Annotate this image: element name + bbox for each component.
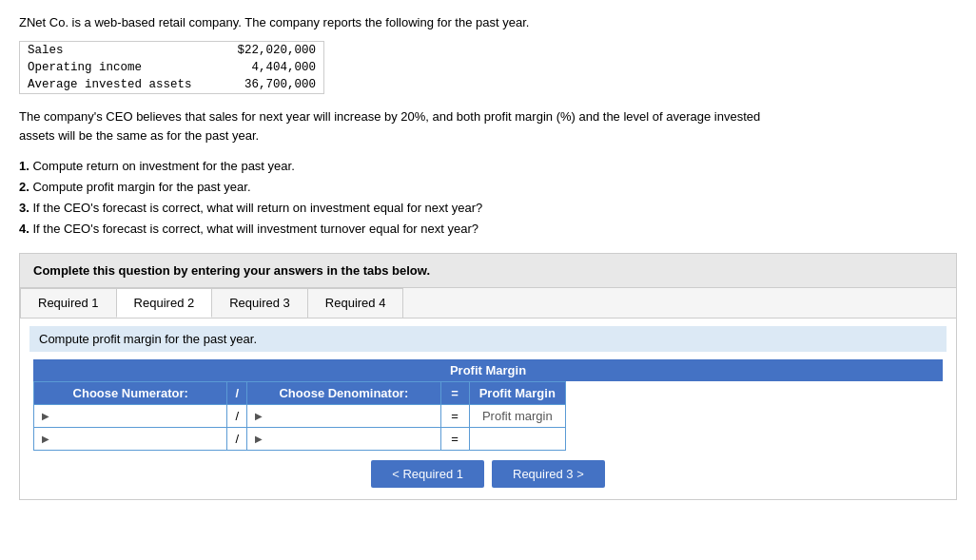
denominator-input-1[interactable]	[264, 409, 432, 423]
description-block: The company's CEO believes that sales fo…	[19, 107, 957, 145]
tabs-container: Required 1 Required 2 Required 3 Require…	[19, 288, 957, 500]
compute-heading: Compute profit margin for the past year.	[29, 326, 947, 352]
numerator-cell-2[interactable]: ▶	[34, 428, 227, 451]
header-equals: =	[440, 382, 469, 405]
financial-table: Sales $22,020,000 Operating income 4,404…	[19, 41, 324, 94]
chevron-down-icon: ▶	[42, 411, 49, 421]
chevron-down-icon: ▶	[255, 434, 263, 444]
equals-cell-1: =	[440, 405, 469, 428]
pm-data-row-2: ▶ / ▶ =	[34, 428, 566, 451]
tab-required1[interactable]: Required 1	[20, 288, 117, 318]
denominator-cell-2[interactable]: ▶	[247, 428, 440, 451]
chevron-down-icon: ▶	[255, 411, 263, 421]
tabs-row: Required 1 Required 2 Required 3 Require…	[20, 288, 956, 319]
label-operating-income: Operating income	[20, 59, 230, 76]
tab-required4[interactable]: Required 4	[307, 288, 404, 318]
header-denominator: Choose Denominator:	[247, 382, 440, 405]
chevron-down-icon: ▶	[42, 434, 49, 444]
slash-cell-2: /	[227, 428, 247, 451]
task-num-3: 3.	[19, 201, 29, 215]
denominator-dropdown-1[interactable]: ▶	[255, 409, 432, 423]
numerator-input-1[interactable]	[51, 409, 219, 423]
pm-table: Choose Numerator: / Choose Denominator: …	[33, 381, 566, 451]
task-list: 1. Compute return on investment for the …	[19, 156, 957, 240]
task-2: 2. Compute profit margin for the past ye…	[19, 177, 957, 198]
numerator-dropdown-1[interactable]: ▶	[42, 409, 219, 423]
slash-cell-1: /	[227, 405, 247, 428]
back-button[interactable]: < Required 1	[371, 460, 484, 488]
nav-buttons: < Required 1 Required 3 >	[29, 451, 947, 492]
task-1: 1. Compute return on investment for the …	[19, 156, 957, 177]
task-num-2: 2.	[19, 180, 29, 194]
description-line1: The company's CEO believes that sales fo…	[19, 107, 957, 126]
compute-heading-text: Compute profit margin for the past year.	[39, 332, 257, 346]
denominator-input-2[interactable]	[264, 432, 432, 446]
tab-required2[interactable]: Required 2	[116, 288, 213, 318]
value-avg-assets: 36,700,000	[230, 76, 324, 94]
value-operating-income: 4,404,000	[230, 59, 324, 76]
numerator-input-2[interactable]	[51, 432, 219, 446]
equals-cell-2: =	[440, 428, 469, 451]
denominator-dropdown-2[interactable]: ▶	[255, 432, 432, 446]
label-sales: Sales	[20, 42, 230, 60]
numerator-cell-1[interactable]: ▶	[34, 405, 227, 428]
pm-data-row-1: ▶ / ▶ = Profit margin	[34, 405, 566, 428]
denominator-cell-1[interactable]: ▶	[247, 405, 440, 428]
task-num-4: 4.	[19, 222, 29, 236]
instruction-box: Complete this question by entering your …	[19, 253, 957, 288]
label-avg-assets: Average invested assets	[20, 76, 230, 94]
header-slash: /	[227, 382, 247, 405]
pm-title: Profit Margin	[33, 359, 943, 381]
tab-required3[interactable]: Required 3	[211, 288, 308, 318]
header-numerator: Choose Numerator:	[34, 382, 227, 405]
result-cell-2	[469, 428, 565, 451]
value-sales: $22,020,000	[230, 42, 324, 60]
tab-content: Compute profit margin for the past year.…	[20, 319, 956, 499]
forward-button[interactable]: Required 3 >	[492, 460, 605, 488]
instruction-text: Complete this question by entering your …	[33, 263, 430, 278]
table-row: Operating income 4,404,000	[20, 59, 324, 76]
intro-text: ZNet Co. is a web-based retail company. …	[19, 15, 957, 29]
pm-header-row: Choose Numerator: / Choose Denominator: …	[34, 382, 566, 405]
task-4: 4. If the CEO's forecast is correct, wha…	[19, 219, 957, 240]
header-result: Profit Margin	[469, 382, 565, 405]
table-row: Sales $22,020,000	[20, 42, 324, 60]
description-line2: assets will be the same as for the past …	[19, 126, 957, 145]
result-cell-1: Profit margin	[469, 405, 565, 428]
task-3: 3. If the CEO's forecast is correct, wha…	[19, 198, 957, 219]
profit-margin-section: Profit Margin Choose Numerator: / Choose…	[33, 359, 943, 451]
table-row: Average invested assets 36,700,000	[20, 76, 324, 94]
numerator-dropdown-2[interactable]: ▶	[42, 432, 219, 446]
task-num-1: 1.	[19, 159, 29, 173]
